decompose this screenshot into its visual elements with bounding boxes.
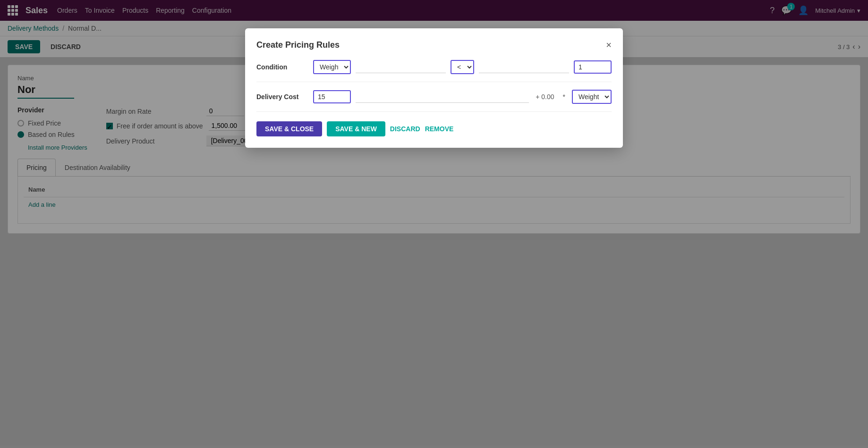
condition-value-input[interactable]: [574, 60, 612, 74]
modal-close-button[interactable]: ×: [606, 40, 612, 51]
delivery-cost-row: Delivery Cost + 0.00 * Weight: [256, 90, 612, 104]
condition-field1-select[interactable]: Weight: [313, 60, 351, 74]
create-pricing-rules-modal: Create Pricing Rules × Condition Weight …: [245, 28, 623, 148]
condition-operator-select[interactable]: <: [451, 60, 474, 74]
modal-overlay: Create Pricing Rules × Condition Weight …: [0, 0, 868, 446]
save-new-button[interactable]: SAVE & NEW: [327, 121, 385, 136]
delivery-cost-plus: + 0.00: [534, 93, 556, 101]
modal-discard-button[interactable]: DISCARD: [390, 125, 420, 133]
delivery-cost-extra[interactable]: [356, 91, 529, 103]
modal-separator: [256, 82, 612, 82]
condition-field1-text[interactable]: [356, 61, 446, 73]
delivery-cost-label: Delivery Cost: [256, 93, 308, 101]
save-close-button[interactable]: SAVE & CLOSE: [256, 121, 322, 136]
modal-title: Create Pricing Rules: [256, 40, 340, 50]
condition-row: Condition Weight <: [256, 60, 612, 74]
condition-operator-text[interactable]: [479, 61, 569, 73]
modal-separator2: [256, 111, 612, 112]
modal-header: Create Pricing Rules ×: [256, 40, 612, 51]
modal-remove-button[interactable]: REMOVE: [425, 125, 454, 133]
delivery-cost-star: *: [561, 93, 567, 101]
modal-actions: SAVE & CLOSE SAVE & NEW DISCARD REMOVE: [256, 121, 612, 136]
delivery-cost-unit-select[interactable]: Weight: [572, 90, 612, 104]
delivery-cost-input[interactable]: [313, 90, 351, 103]
condition-label: Condition: [256, 63, 308, 71]
